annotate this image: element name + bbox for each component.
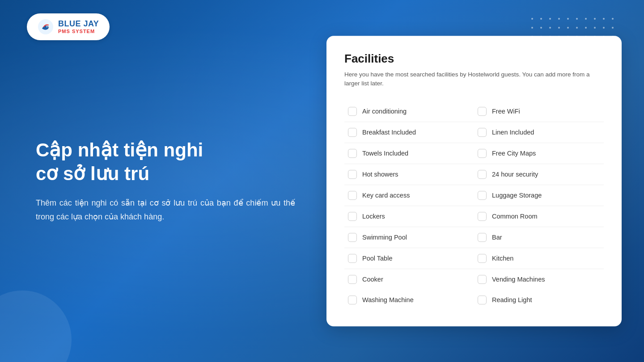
checkbox-cooker[interactable] <box>348 275 357 284</box>
facility-item-luggage-storage[interactable]: Luggage Storage <box>474 185 604 206</box>
facility-label-breakfast: Breakfast Included <box>362 129 416 136</box>
checkbox-bar[interactable] <box>478 233 487 242</box>
facility-label-washing-machine: Washing Machine <box>362 296 414 303</box>
facility-item-washing-machine[interactable]: Washing Machine <box>344 290 474 310</box>
facility-item-swimming-pool[interactable]: Swimming Pool <box>344 227 474 248</box>
logo-text: BLUE JAY PMS SYSTEM <box>58 20 99 34</box>
checkbox-pool-table[interactable] <box>348 254 357 263</box>
checkbox-reading-light[interactable] <box>478 295 487 304</box>
facility-item-breakfast[interactable]: Breakfast Included <box>344 122 474 143</box>
facility-item-towels[interactable]: Towels Included <box>344 143 474 164</box>
facility-label-air-conditioning: Air conditioning <box>362 108 407 115</box>
checkbox-common-room[interactable] <box>478 212 487 221</box>
facilities-title: Facilities <box>344 52 604 66</box>
facility-label-reading-light: Reading Light <box>492 296 532 303</box>
checkbox-breakfast[interactable] <box>348 128 357 137</box>
checkbox-vending-machines[interactable] <box>478 275 487 284</box>
facility-label-kitchen: Kitchen <box>492 255 513 262</box>
checkbox-hot-showers[interactable] <box>348 170 357 179</box>
facility-label-bar: Bar <box>492 234 502 241</box>
facility-label-city-maps: Free City Maps <box>492 150 536 157</box>
facility-label-lockers: Lockers <box>362 213 385 220</box>
facility-item-hot-showers[interactable]: Hot showers <box>344 164 474 185</box>
checkbox-city-maps[interactable] <box>478 149 487 158</box>
facilities-column-left: Air conditioning Breakfast Included Towe… <box>344 101 474 310</box>
facility-label-swimming-pool: Swimming Pool <box>362 234 407 241</box>
facilities-card: Facilities Here you have the most search… <box>326 36 622 326</box>
facility-label-luggage-storage: Luggage Storage <box>492 192 542 199</box>
facility-item-city-maps[interactable]: Free City Maps <box>474 143 604 164</box>
facility-item-bar[interactable]: Bar <box>474 227 604 248</box>
facility-label-vending-machines: Vending Machines <box>492 276 545 283</box>
facility-item-common-room[interactable]: Common Room <box>474 206 604 227</box>
facility-item-key-card[interactable]: Key card access <box>344 185 474 206</box>
facilities-grid: Air conditioning Breakfast Included Towe… <box>344 101 604 310</box>
checkbox-swimming-pool[interactable] <box>348 233 357 242</box>
facility-item-free-wifi[interactable]: Free WiFi <box>474 101 604 122</box>
checkbox-lockers[interactable] <box>348 212 357 221</box>
facility-label-linen: Linen Included <box>492 129 534 136</box>
facility-item-vending-machines[interactable]: Vending Machines <box>474 269 604 290</box>
checkbox-free-wifi[interactable] <box>478 107 487 116</box>
logo: BLUE JAY PMS SYSTEM <box>27 13 110 40</box>
facility-item-lockers[interactable]: Lockers <box>344 206 474 227</box>
facilities-column-right: Free WiFi Linen Included Free City Maps … <box>474 101 604 310</box>
checkbox-24h-security[interactable] <box>478 170 487 179</box>
facility-label-key-card: Key card access <box>362 192 410 199</box>
facility-label-free-wifi: Free WiFi <box>492 108 520 115</box>
facility-label-pool-table: Pool Table <box>362 255 392 262</box>
facility-label-towels: Towels Included <box>362 150 408 157</box>
main-title: Cập nhật tiện nghicơ sở lưu trú <box>36 139 295 185</box>
facility-item-pool-table[interactable]: Pool Table <box>344 248 474 269</box>
checkbox-key-card[interactable] <box>348 191 357 200</box>
facility-item-24h-security[interactable]: 24 hour security <box>474 164 604 185</box>
svg-point-1 <box>47 26 47 27</box>
facility-item-kitchen[interactable]: Kitchen <box>474 248 604 269</box>
checkbox-towels[interactable] <box>348 149 357 158</box>
left-content: Cập nhật tiện nghicơ sở lưu trú Thêm các… <box>36 139 295 223</box>
facilities-description: Here you have the most searched faciliti… <box>344 70 604 88</box>
checkbox-linen[interactable] <box>478 128 487 137</box>
subtitle-text: Thêm các tiện nghi có sẵn tại cơ sở lưu … <box>36 196 295 223</box>
facility-label-common-room: Common Room <box>492 213 538 220</box>
facility-item-air-conditioning[interactable]: Air conditioning <box>344 101 474 122</box>
logo-main-text: BLUE JAY <box>58 20 99 29</box>
facility-item-cooker[interactable]: Cooker <box>344 269 474 290</box>
facility-label-hot-showers: Hot showers <box>362 171 398 178</box>
facility-label-cooker: Cooker <box>362 276 383 283</box>
checkbox-air-conditioning[interactable] <box>348 107 357 116</box>
checkbox-luggage-storage[interactable] <box>478 191 487 200</box>
facility-item-reading-light[interactable]: Reading Light <box>474 290 604 310</box>
checkbox-kitchen[interactable] <box>478 254 487 263</box>
facility-item-linen[interactable]: Linen Included <box>474 122 604 143</box>
facility-label-24h-security: 24 hour security <box>492 171 538 178</box>
bird-icon <box>38 19 54 35</box>
checkbox-washing-machine[interactable] <box>348 295 357 304</box>
logo-sub-text: PMS SYSTEM <box>58 29 99 34</box>
